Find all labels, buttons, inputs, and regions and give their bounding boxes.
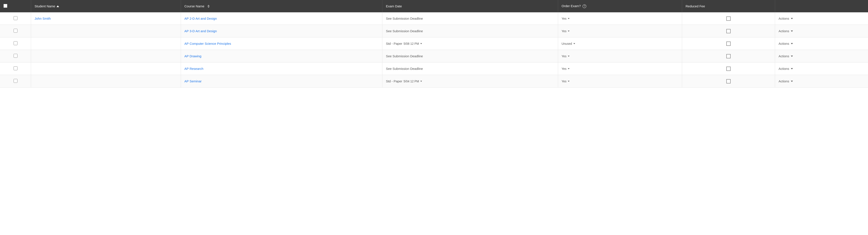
row-select-checkbox[interactable]: [13, 54, 18, 58]
header-student-name: Student Name: [31, 0, 181, 12]
course-name-cell: AP Computer Science Principles: [181, 37, 382, 50]
reduced-fee-checkbox-wrapper: [686, 17, 771, 21]
actions-cell: Actions: [775, 25, 868, 37]
student-name-cell: [31, 75, 181, 87]
order-exam-select-wrapper[interactable]: Yes: [562, 80, 569, 83]
order-exam-help-icon[interactable]: ?: [583, 4, 586, 8]
course-name-link[interactable]: AP Research: [184, 67, 204, 71]
course-name-link[interactable]: AP Seminar: [184, 79, 202, 83]
exam-date-cell: See Submission Deadline: [382, 12, 558, 25]
row-checkbox-cell: [0, 62, 31, 75]
student-name-cell: [31, 37, 181, 50]
reduced-fee-checkbox[interactable]: [726, 17, 731, 21]
sort-down-arrow: [208, 6, 210, 8]
exam-date-select-wrapper: Std - Paper5/08 12 PM: [386, 42, 554, 45]
order-exam-select-wrapper[interactable]: Yes: [562, 54, 569, 58]
course-name-sort[interactable]: Course Name: [184, 4, 210, 8]
student-name-sort[interactable]: Student Name: [34, 4, 59, 8]
exam-date-text: See Submission Deadline: [386, 17, 423, 20]
reduced-fee-checkbox[interactable]: [726, 54, 731, 58]
table-body: John SmithAP 2-D Art and DesignSee Submi…: [0, 12, 868, 87]
order-exam-cell: Yes: [558, 12, 682, 25]
course-name-cell: AP Drawing: [181, 50, 382, 62]
student-name-cell: [31, 62, 181, 75]
course-name-link[interactable]: AP Drawing: [184, 54, 202, 58]
reduced-fee-cell: [682, 62, 775, 75]
course-name-link[interactable]: AP 3-D Art and Design: [184, 29, 217, 33]
exam-date-type-text: Std - Paper: [386, 79, 402, 83]
main-table: Student Name Course Name Exam Date: [0, 0, 868, 87]
course-name-link[interactable]: AP Computer Science Principles: [184, 42, 231, 45]
exam-date-select[interactable]: 5/08 12 PM: [403, 42, 422, 45]
exam-date-type-text: Std - Paper: [386, 42, 402, 45]
order-exam-cell: Unused: [558, 37, 682, 50]
actions-button[interactable]: Actions: [778, 79, 793, 83]
exam-date-cell: Std - Paper5/04 12 PM: [382, 75, 558, 87]
order-exam-select-wrapper[interactable]: Yes: [562, 17, 569, 20]
course-name-cell: AP Seminar: [181, 75, 382, 87]
table-row: AP Computer Science PrinciplesStd - Pape…: [0, 37, 868, 50]
select-all-checkbox[interactable]: [3, 4, 7, 8]
exam-date-dropdown-wrapper[interactable]: 5/08 12 PM: [403, 42, 422, 45]
row-checkbox-cell: [0, 75, 31, 87]
header-exam-date: Exam Date: [382, 0, 558, 12]
course-name-label: Course Name: [184, 4, 205, 8]
order-exam-cell: Yes: [558, 50, 682, 62]
reduced-fee-cell: [682, 12, 775, 25]
reduced-fee-checkbox[interactable]: [726, 29, 731, 33]
student-name-label: Student Name: [34, 4, 55, 8]
reduced-fee-checkbox[interactable]: [726, 79, 731, 83]
actions-button[interactable]: Actions: [778, 17, 793, 20]
row-select-checkbox[interactable]: [13, 16, 18, 20]
row-select-checkbox[interactable]: [13, 67, 18, 70]
table-row: AP 3-D Art and DesignSee Submission Dead…: [0, 25, 868, 37]
order-exam-select[interactable]: Unused: [562, 42, 575, 45]
table-row: AP ResearchSee Submission DeadlineYesAct…: [0, 62, 868, 75]
exam-date-dropdown-wrapper[interactable]: 5/04 12 PM: [403, 80, 422, 83]
course-sort-icon[interactable]: [208, 5, 210, 8]
reduced-fee-checkbox-wrapper: [686, 29, 771, 33]
row-select-checkbox[interactable]: [13, 29, 18, 33]
course-name-cell: AP 2-D Art and Design: [181, 12, 382, 25]
order-exam-select[interactable]: Yes: [562, 29, 569, 33]
order-exam-wrapper: Yes: [562, 29, 678, 33]
exam-date-cell: Std - Paper5/08 12 PM: [382, 37, 558, 50]
reduced-fee-checkbox-wrapper: [686, 79, 771, 83]
actions-cell: Actions: [775, 12, 868, 25]
order-exam-select[interactable]: Yes: [562, 80, 569, 83]
order-exam-select-wrapper[interactable]: Yes: [562, 67, 569, 71]
table-header: Student Name Course Name Exam Date: [0, 0, 868, 12]
row-checkbox-cell: [0, 37, 31, 50]
reduced-fee-checkbox[interactable]: [726, 67, 731, 71]
actions-button[interactable]: Actions: [778, 67, 793, 71]
order-exam-wrapper: Yes: [562, 67, 678, 71]
reduced-fee-checkbox[interactable]: [726, 42, 731, 46]
exam-date-text: See Submission Deadline: [386, 67, 423, 71]
header-actions: [775, 0, 868, 12]
actions-cell: Actions: [775, 62, 868, 75]
order-exam-cell: Yes: [558, 75, 682, 87]
actions-button[interactable]: Actions: [778, 29, 793, 33]
row-select-checkbox[interactable]: [13, 79, 18, 83]
order-exam-wrapper: Yes: [562, 80, 678, 83]
course-name-link[interactable]: AP 2-D Art and Design: [184, 17, 217, 20]
sort-ascending-icon[interactable]: [57, 5, 59, 7]
exam-date-cell: See Submission Deadline: [382, 25, 558, 37]
order-exam-select-wrapper[interactable]: Unused: [562, 42, 575, 45]
order-exam-select[interactable]: Yes: [562, 54, 569, 58]
actions-button[interactable]: Actions: [778, 54, 793, 58]
row-select-checkbox[interactable]: [13, 41, 18, 45]
student-name-cell: John Smith: [31, 12, 181, 25]
order-exam-select-wrapper[interactable]: Yes: [562, 29, 569, 33]
exam-date-select[interactable]: 5/04 12 PM: [403, 80, 422, 83]
order-exam-wrapper: Yes: [562, 54, 678, 58]
reduced-fee-checkbox-wrapper: [686, 42, 771, 46]
reduced-fee-checkbox-wrapper: [686, 67, 771, 71]
order-exam-select[interactable]: Yes: [562, 17, 569, 20]
actions-button[interactable]: Actions: [778, 42, 793, 45]
order-exam-label: Order Exam?: [562, 4, 581, 8]
order-exam-cell: Yes: [558, 25, 682, 37]
order-exam-select[interactable]: Yes: [562, 67, 569, 71]
reduced-fee-cell: [682, 50, 775, 62]
student-name-link[interactable]: John Smith: [34, 17, 51, 20]
